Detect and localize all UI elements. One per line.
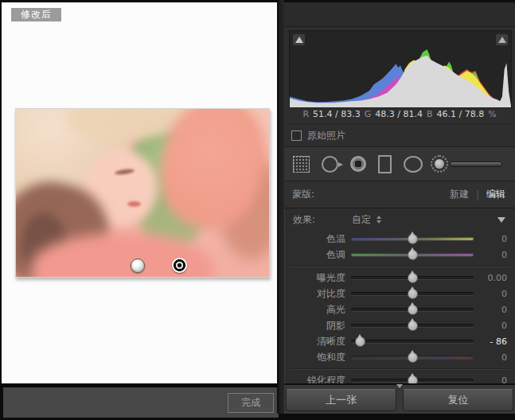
slider-track[interactable]	[351, 333, 474, 349]
slider-track-bar[interactable]	[351, 340, 474, 343]
slider-track[interactable]	[351, 301, 474, 317]
highlight-clipping-triangle-icon	[498, 37, 506, 43]
adjustment-pin-active[interactable]	[172, 258, 187, 273]
panel-collapse-icon[interactable]	[497, 217, 505, 223]
g-value: 48.3 / 81.4	[375, 109, 423, 119]
histogram-section: R 51.4 / 83.3 G 48.3 / 81.4 B 46.1 / 78.…	[284, 27, 515, 124]
slider-track[interactable]	[351, 286, 474, 301]
slider-thumb[interactable]	[408, 273, 418, 283]
photo-preview-panel: 修改后 完成	[2, 2, 277, 383]
original-photo-label[interactable]: 原始照片	[307, 129, 345, 142]
slider-label: 锐化程度	[285, 374, 345, 384]
brush-handle-icon	[450, 161, 502, 167]
slider-thumb[interactable]	[408, 375, 418, 383]
g-label: G	[365, 109, 372, 119]
original-photo-checkbox[interactable]	[291, 130, 302, 141]
highlight-clipping-indicator[interactable]	[496, 34, 508, 45]
mask-label: 蒙版:	[292, 188, 314, 201]
slider-thumb[interactable]	[355, 336, 365, 347]
slider-value[interactable]: 0	[474, 234, 515, 244]
adjustment-brush-icon	[435, 159, 444, 169]
slider-label: 曝光度	[285, 271, 345, 285]
slider-thumb[interactable]	[408, 250, 418, 260]
slider-value[interactable]: 0	[474, 321, 515, 331]
histogram[interactable]	[289, 30, 512, 108]
slider-thumb[interactable]	[408, 234, 418, 244]
slider-thumb[interactable]	[408, 305, 418, 315]
slider-row-6: 清晰度- 86	[285, 333, 515, 349]
slider-label: 高光	[285, 303, 345, 317]
rgb-readout: R 51.4 / 83.3 G 48.3 / 81.4 B 46.1 / 78.…	[284, 109, 515, 119]
slider-value[interactable]: 0	[474, 352, 515, 363]
photo-canvas[interactable]	[15, 108, 270, 278]
b-value: 46.1 / 78.8	[436, 109, 484, 119]
slider-label: 阴影	[285, 319, 345, 332]
photo-pink-overlay	[16, 109, 269, 277]
shadow-clipping-triangle-icon	[295, 37, 303, 43]
spot-removal-icon	[322, 156, 338, 173]
effect-label: 效果:	[293, 213, 315, 227]
red-eye-tool[interactable]	[350, 156, 366, 172]
develop-panel: R 51.4 / 83.3 G 48.3 / 81.4 B 46.1 / 78.…	[284, 0, 515, 414]
panel-top-strip	[284, 0, 515, 27]
slider-value[interactable]: 0	[474, 305, 515, 315]
slider-row-1: 色调0	[285, 247, 515, 262]
slider-row-2: 曝光度0.00	[285, 270, 515, 286]
after-edit-chip: 修改后	[11, 8, 61, 21]
adjustment-pin-inactive[interactable]	[131, 259, 145, 273]
preset-dropdown[interactable]: 自定	[352, 213, 381, 227]
tool-strip	[284, 146, 515, 181]
slider-track[interactable]	[351, 317, 474, 333]
scroll-down-icon[interactable]	[396, 384, 403, 388]
slider-track[interactable]	[351, 270, 474, 286]
mask-edit-button[interactable]: 编辑	[486, 188, 505, 201]
slider-group-divider	[285, 365, 515, 372]
slider-value[interactable]: - 86	[474, 336, 515, 347]
slider-list: 色温0色调0曝光度0.00对比度0高光0阴影0清晰度- 86饱和度0锐化程度0	[285, 231, 515, 383]
slider-label: 清晰度	[285, 335, 345, 348]
crop-overlay-tool[interactable]	[293, 156, 310, 173]
slider-label: 对比度	[285, 287, 345, 301]
effect-header: 效果: 自定	[285, 208, 515, 231]
slider-row-4: 高光0	[285, 301, 515, 317]
slider-thumb[interactable]	[408, 352, 418, 363]
panel-button-bar: 上一张 复位	[284, 383, 515, 414]
preview-toolbar: 完成	[3, 386, 279, 418]
slider-track[interactable]	[351, 231, 474, 247]
slider-label: 色温	[285, 232, 345, 246]
percent-sign: %	[488, 109, 496, 119]
slider-value[interactable]: 0	[474, 289, 515, 299]
slider-label: 色调	[285, 248, 345, 262]
reset-button[interactable]: 复位	[403, 389, 513, 411]
preset-value: 自定	[352, 213, 371, 227]
panel-divider	[277, 0, 284, 414]
slider-row-5: 阴影0	[285, 317, 515, 333]
slider-thumb[interactable]	[408, 289, 418, 299]
graduated-filter-tool[interactable]	[378, 155, 392, 173]
slider-track[interactable]	[351, 372, 474, 383]
slider-track[interactable]	[351, 247, 474, 262]
slider-value[interactable]: 0	[474, 375, 515, 384]
r-label: R	[302, 109, 309, 119]
slider-track[interactable]	[351, 349, 474, 365]
updown-icon	[376, 216, 381, 224]
done-button[interactable]: 完成	[228, 393, 274, 413]
slider-thumb[interactable]	[408, 321, 418, 331]
previous-button[interactable]: 上一张	[286, 389, 396, 411]
radial-filter-icon	[404, 156, 423, 173]
slider-value[interactable]: 0.00	[474, 273, 515, 283]
spot-removal-tool[interactable]	[322, 156, 338, 173]
shadow-clipping-indicator[interactable]	[293, 34, 305, 45]
mask-new-button[interactable]: 新建	[450, 188, 469, 201]
b-label: B	[427, 109, 433, 119]
mask-separator: |	[476, 189, 479, 200]
radial-filter-tool[interactable]	[404, 156, 423, 173]
red-eye-icon	[350, 156, 366, 172]
slider-group-divider	[285, 262, 515, 270]
slider-label: 饱和度	[285, 351, 345, 364]
slider-value[interactable]: 0	[474, 250, 515, 260]
adjustment-brush-tool[interactable]	[435, 159, 502, 169]
crop-icon	[293, 156, 310, 173]
slider-row-7: 饱和度0	[285, 349, 515, 365]
original-photo-row: 原始照片	[284, 124, 515, 146]
